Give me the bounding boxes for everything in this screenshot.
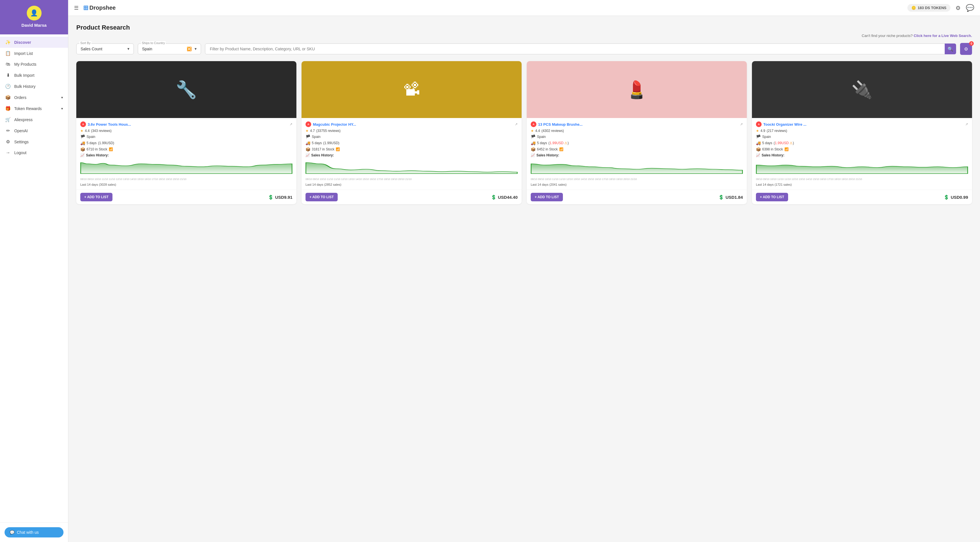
price-tag: 💲 USD0.99	[943, 195, 968, 200]
sidebar-item-logout[interactable]: → Logout	[0, 147, 68, 158]
stock-value: 6710 in Stock	[87, 147, 107, 151]
product-title-link[interactable]: 3.6v Power Tools Hous...	[88, 122, 287, 127]
sidebar-item-discover[interactable]: ✨ Discover	[0, 37, 68, 48]
external-link-icon[interactable]: ↗	[515, 122, 518, 126]
star-icon: ★	[756, 129, 759, 133]
nav-icon-settings: ⚙	[5, 139, 11, 144]
product-card: 📽 A Magcubic Projector HY... ↗ ★ 4.7 (33…	[302, 61, 522, 204]
sidebar-item-orders[interactable]: 📦 Orders ▾	[0, 92, 68, 103]
reviews-count: (33755 reviews)	[316, 129, 340, 133]
nav-icon-aliexpress: 🛒	[5, 117, 11, 122]
country-label: Spain	[762, 135, 771, 139]
nav-label-token-rewards: Token Rewards	[14, 106, 42, 111]
chevron-icon-orders: ▾	[61, 95, 63, 100]
sidebar-item-my-products[interactable]: 🛍 My Products	[0, 59, 68, 70]
main-content: ☰ ⊞ Dropshee 🪙 183 DS TOKENS ⚙ 💬 Product…	[68, 0, 980, 542]
star-icon: ★	[305, 129, 309, 133]
add-to-list-button[interactable]: + ADD TO LIST	[80, 193, 113, 201]
product-title-link[interactable]: Toocki Organizer Wire ...	[763, 122, 963, 127]
sales-history-label: 📈 Sales History:	[531, 153, 743, 157]
nav-label-openai: OpenAI	[14, 128, 28, 133]
nav-label-discover: Discover	[14, 40, 31, 44]
reviews-count: (343 reviews)	[91, 129, 111, 133]
product-card: 🔧 A 3.6v Power Tools Hous... ↗ ★ 4.4 (34…	[76, 61, 296, 204]
sidebar-item-bulk-import[interactable]: ⬇ Bulk Import	[0, 70, 68, 81]
ship-price: (1.99USD)	[323, 141, 339, 145]
nav-label-bulk-import: Bulk Import	[14, 73, 35, 78]
external-link-icon[interactable]: ↗	[290, 122, 293, 126]
search-wrap: 🔍	[205, 43, 956, 54]
menu-icon[interactable]: ☰	[74, 5, 79, 11]
country-row: 🏴 Spain	[531, 135, 743, 139]
star-icon: ★	[531, 129, 534, 133]
tokens-label: 183 DS TOKENS	[918, 6, 947, 10]
search-button[interactable]: 🔍	[945, 43, 956, 54]
add-to-list-button[interactable]: + ADD TO LIST	[531, 193, 563, 201]
external-link-icon[interactable]: ↗	[740, 122, 743, 126]
product-title-link[interactable]: Magcubic Projector HY...	[313, 122, 512, 127]
sidebar-item-openai[interactable]: ✏ OpenAI	[0, 125, 68, 136]
ship-days: 5 days	[537, 141, 547, 145]
nav-icon-my-products: 🛍	[5, 62, 11, 67]
truck-icon: 🚚	[531, 141, 536, 145]
truck-icon: 🚚	[80, 141, 85, 145]
nav-icon-token-rewards: 🎁	[5, 106, 11, 111]
country-label: Spain	[537, 135, 546, 139]
ship-price: (1.99USD ⚠)	[548, 141, 569, 145]
rating-row: ★ 4.4 (4302 reviews)	[531, 129, 743, 133]
ships-to-label: Ships to Country	[141, 41, 166, 44]
nav-icon-bulk-history: 🕐	[5, 84, 11, 89]
price-icon: 💲	[491, 195, 496, 200]
ships-to-select[interactable]: Spain	[138, 44, 201, 54]
product-title-link[interactable]: 13 PCS Makeup Brushe...	[538, 122, 738, 127]
box-icon: 📦	[531, 147, 536, 152]
sidebar-item-aliexpress[interactable]: 🛒 Aliexpress	[0, 114, 68, 125]
reviews-count: (217 reviews)	[767, 129, 787, 133]
sort-by-filter: Sort By Sales Count ▼	[76, 43, 134, 54]
advanced-filter-button[interactable]: ⚙ 0	[960, 43, 972, 55]
stock-value: 6398 in Stock	[762, 147, 783, 151]
tokens-icon: 🪙	[912, 6, 916, 10]
sales-history-label: 📈 Sales History:	[305, 153, 518, 157]
price-value: USD1.84	[725, 195, 743, 200]
price-value: USD9.91	[275, 195, 293, 200]
nav-label-bulk-history: Bulk History	[14, 84, 36, 89]
sales-summary: Last 14 days (2852 sales)	[305, 183, 518, 186]
sort-by-label: Sort By	[80, 41, 91, 44]
whatsapp-icon[interactable]: 💬	[966, 4, 974, 12]
nav-icon-discover: ✨	[5, 40, 11, 45]
sidebar-item-bulk-history[interactable]: 🕐 Bulk History	[0, 81, 68, 92]
sidebar-item-settings[interactable]: ⚙ Settings	[0, 136, 68, 147]
flag-icon: 🏴	[756, 135, 761, 139]
add-to-list-button[interactable]: + ADD TO LIST	[756, 193, 788, 201]
flag-icon: 🏴	[80, 135, 85, 139]
stock-value: 6452 in Stock	[537, 147, 558, 151]
add-to-list-button[interactable]: + ADD TO LIST	[305, 193, 338, 201]
sales-history-label: 📈 Sales History:	[80, 153, 293, 157]
truck-icon: 🚚	[756, 141, 761, 145]
external-link-icon[interactable]: ↗	[965, 122, 968, 126]
chat-label: Chat with us	[17, 530, 39, 535]
search-input[interactable]	[205, 43, 956, 54]
sidebar-item-import-list[interactable]: 📋 Import List	[0, 48, 68, 59]
sales-chart	[305, 159, 518, 176]
sales-chart	[531, 159, 743, 176]
chat-button[interactable]: 💬 Chat with us	[5, 527, 64, 537]
stock-row: 📦 6452 in Stock 📶	[531, 147, 743, 152]
stock-value: 31817 in Stock	[312, 147, 334, 151]
chevron-icon-token-rewards: ▾	[61, 107, 63, 111]
nav-icon-import-list: 📋	[5, 51, 11, 56]
logo-text: Dropshee	[89, 5, 116, 11]
rating-value: 4.4	[85, 129, 90, 133]
settings-icon[interactable]: ⚙	[956, 5, 961, 11]
avatar: 👤	[27, 6, 41, 21]
tokens-badge: 🪙 183 DS TOKENS	[907, 4, 950, 12]
sort-by-select[interactable]: Sales Count	[76, 44, 134, 54]
product-body: A Toocki Organizer Wire ... ↗ ★ 4.9 (217…	[752, 118, 972, 190]
live-search-link[interactable]: Click here for a Live Web Search.	[914, 33, 972, 38]
price-value: USD0.99	[951, 195, 968, 200]
user-name: David Marsa	[21, 23, 46, 28]
sidebar-item-token-rewards[interactable]: 🎁 Token Rewards ▾	[0, 103, 68, 114]
rating-value: 4.4	[535, 129, 540, 133]
filters-row: Sort By Sales Count ▼ Ships to Country S…	[76, 43, 972, 55]
